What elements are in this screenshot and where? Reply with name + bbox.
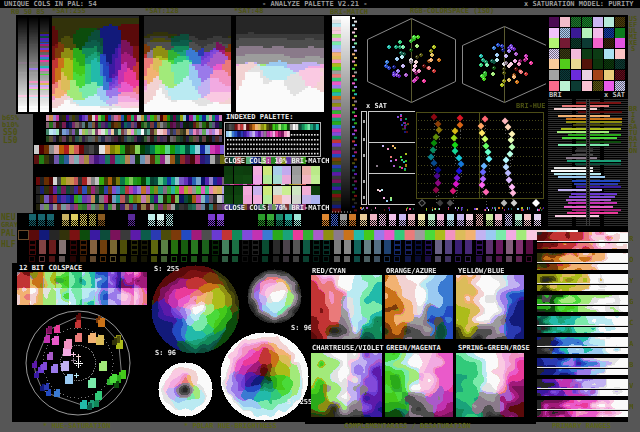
pal-row-label: PAL [1,230,15,238]
primary-range-letter-O: O [629,257,633,264]
bri-axis-label: BRI [549,92,562,99]
app-title: - ANALYZE PALETTE V2.21 - [262,1,367,8]
close-cols-10-swatches [224,166,320,184]
bri-match-strip [330,15,357,213]
primary-ranges-strips[interactable] [537,232,628,421]
comp-label-4: GREEN/MAGENTA [386,345,441,352]
comp-panel-chartreuse-violet[interactable] [311,353,382,417]
comp-label-5: SPRING-GREEN/ROSE [458,345,530,352]
indexed-palette-box[interactable] [224,122,321,157]
primary-range-letter-Y: Y [629,278,633,285]
hue-ticks-row [360,207,546,212]
comp-label-2: YELLOW/BLUE [458,268,504,275]
analyze-palette-screen: UNIQUE COLS IN PAL: 54 - ANALYZE PALETTE… [0,0,640,432]
bri-hue-chart[interactable] [415,110,546,207]
hlf-row-label: HLF [1,241,15,249]
hue-brightness-map-sat255[interactable] [52,16,139,112]
comp-panel-yellow-blue[interactable] [456,275,524,339]
disc-label-3: S: 255 [287,399,312,406]
sat-panel-label-255: *SAT:255 [52,8,86,15]
ramp-columns-label: R0 50 85 [11,9,45,16]
status-polar-hue-brightness: * POLAR HUE-BRIGHTNESS [184,423,277,430]
gray-row-label: GRAY [1,222,18,229]
half-brightness-row [17,240,578,262]
comp-panel-green-magenta[interactable] [385,353,453,417]
neutral-pins-row [17,213,547,228]
comp-label-0: RED/CYAN [312,268,346,275]
useful-mixes-title: USEFUL MIXES [628,16,638,92]
primary-range-letter-V: V [629,383,633,390]
sat-axis-label: x SAT [604,92,625,99]
gray-ramp-column-0 [18,16,27,112]
sat-scatter-label: x SAT [366,103,387,110]
hue-brightness-map-sat48[interactable] [236,16,324,112]
colspace12-tiles [17,272,147,305]
sat-scatter-boxes[interactable] [360,110,416,207]
rgb-colorspace-cubes[interactable] [360,16,546,110]
primary-range-letter-B: B [629,362,633,369]
primary-range-letter-R: R [629,236,633,243]
comp-panel-spring-green-rose[interactable] [456,353,524,417]
disc-label-1: S: 96 [291,325,312,332]
polar-hue-saturation-plot[interactable] [14,305,150,421]
palette-strip-b10 [46,122,222,128]
bri-sat-side-label: BRI & SATURATION [628,106,638,154]
indexed-palette-title: INDEXED PALETTE: [226,114,293,121]
status-hue-saturation: * HUE-SATURATION [43,423,110,430]
sat-panel-label-48: *SAT:48 [234,8,264,15]
colorspace-title: RGB-COLORSPACE (ISO) [410,8,494,15]
palette-strip-b65 [46,115,222,121]
comp-label-3: CHARTREUSE/VIOLET [312,345,384,352]
primary-range-letter-C: C [629,320,633,327]
bri-sat-bars-chart[interactable] [548,99,628,226]
gray-ramp-column-50 [29,16,38,112]
hue-brightness-map-sat128[interactable] [144,16,231,112]
palette-row [17,230,578,240]
close-cols-70-swatches [224,186,320,204]
status-primary-ranges: PRIMARY RANGES [552,423,611,430]
comp-label-1: ORANGE/AZURE [386,268,437,275]
useful-mixes-grid[interactable] [548,16,628,91]
saturation-model: x SATURATION MODEL: PURITY [524,1,634,8]
palette-strip-s50 [46,129,222,135]
comp-panel-orange-azure[interactable] [385,275,453,339]
close-cols-70-label: CLOSE COLS: 70% BRI-MATCH [224,205,329,212]
colspace12-label: 12 BIT COLSPACE [19,265,82,272]
strip-label-l50: L50 [3,137,17,145]
disc-label-0: S: 255 [154,266,179,273]
primary-range-letter-G: G [629,299,633,306]
bri-hue-label: BRI-HUE [516,103,546,110]
status-complementaries: COMPLEMENTARIES / DESATURATION [344,423,470,430]
primary-range-letter-A: A [629,341,633,348]
palette-strip-l50 [46,136,222,142]
disc-label-2: S: 96 [155,350,176,357]
sat-panel-label-128: *SAT:128 [145,8,179,15]
close-cols-10-label: CLOSE COLS: 10% BRI-MATCH [224,158,329,165]
primary-range-letter-M: M [629,404,633,411]
gray-ramp-column-85 [40,16,49,112]
comp-panel-red-cyan[interactable] [311,275,382,339]
